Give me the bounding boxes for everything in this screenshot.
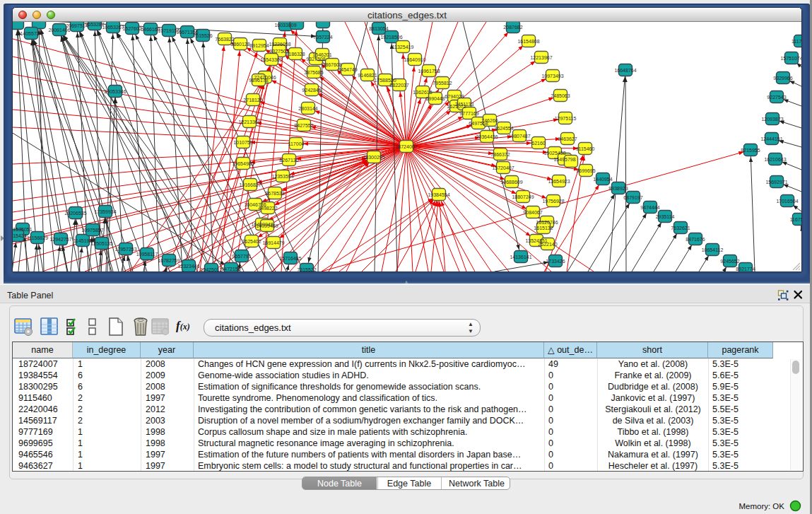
svg-text:10973493: 10973493 — [541, 74, 563, 78]
svg-text:18300295: 18300295 — [363, 155, 384, 160]
svg-text:16154808: 16154808 — [517, 39, 539, 44]
svg-text:6990448: 6990448 — [425, 96, 445, 101]
svg-text:7515526: 7515526 — [193, 33, 212, 38]
svg-text:2867608: 2867608 — [322, 62, 341, 67]
svg-text:8215955: 8215955 — [741, 148, 760, 153]
svg-text:16961758: 16961758 — [418, 69, 440, 74]
svg-text:6794028: 6794028 — [445, 94, 464, 99]
svg-text:20364436: 20364436 — [476, 134, 498, 139]
svg-text:10958117: 10958117 — [136, 252, 158, 257]
svg-text:8912954: 8912954 — [249, 43, 269, 48]
svg-text:20206535: 20206535 — [64, 211, 86, 216]
svg-text:10688609: 10688609 — [500, 180, 522, 185]
svg-text:9463627: 9463627 — [558, 136, 577, 141]
svg-text:9242845: 9242845 — [302, 88, 321, 93]
svg-text:2451133: 2451133 — [455, 102, 474, 107]
svg-text:9474444: 9474444 — [640, 205, 659, 210]
svg-text:746266: 746266 — [481, 118, 498, 123]
svg-text:1733426: 1733426 — [546, 259, 565, 264]
svg-text:1010755: 1010755 — [233, 140, 252, 145]
svg-text:6879197: 6879197 — [623, 195, 642, 200]
svg-text:7632621: 7632621 — [671, 226, 690, 230]
svg-text:9472155: 9472155 — [221, 267, 240, 271]
svg-text:7357224: 7357224 — [313, 35, 332, 40]
svg-text:10025438: 10025438 — [543, 151, 565, 156]
svg-text:18640910: 18640910 — [404, 57, 425, 62]
svg-text:16210643: 16210643 — [764, 157, 786, 162]
svg-text:9115460: 9115460 — [576, 146, 595, 151]
svg-text:8678533: 8678533 — [265, 191, 284, 196]
svg-text:15716485: 15716485 — [279, 256, 301, 261]
svg-text:30975857: 30975857 — [81, 228, 103, 233]
svg-text:2718126: 2718126 — [243, 98, 262, 103]
svg-text:9227543: 9227543 — [767, 95, 786, 100]
svg-text:13654923: 13654923 — [548, 179, 570, 184]
svg-text:9657791: 9657791 — [232, 254, 251, 259]
svg-text:9245652: 9245652 — [720, 259, 739, 264]
svg-text:8822037: 8822037 — [389, 83, 408, 88]
svg-text:8454749: 8454749 — [338, 67, 357, 72]
svg-text:8267130: 8267130 — [279, 158, 298, 163]
svg-text:12093873: 12093873 — [761, 117, 783, 122]
svg-text:19384554: 19384554 — [428, 192, 449, 197]
svg-text:12444151: 12444151 — [760, 136, 782, 141]
svg-text:9777169: 9777169 — [459, 111, 478, 116]
svg-text:16120746: 16120746 — [536, 220, 558, 225]
svg-text:11325419: 11325419 — [392, 45, 414, 49]
svg-text:2522140: 2522140 — [538, 242, 557, 247]
svg-text:12942757: 12942757 — [49, 237, 71, 242]
svg-text:1527602: 1527602 — [122, 26, 141, 31]
svg-text:12505135: 12505135 — [90, 241, 112, 246]
svg-text:16543362: 16543362 — [260, 57, 282, 62]
svg-text:8427552: 8427552 — [294, 123, 313, 128]
svg-text:19654985: 19654985 — [232, 161, 254, 166]
svg-text:17359934: 17359934 — [94, 209, 116, 214]
svg-text:8860128: 8860128 — [230, 42, 249, 47]
svg-text:16648764: 16648764 — [614, 68, 636, 73]
svg-text:1440954: 1440954 — [593, 177, 612, 182]
svg-text:17588520: 17588520 — [374, 78, 396, 83]
svg-text:8471676: 8471676 — [686, 237, 705, 242]
svg-text:17957253: 17957253 — [114, 247, 136, 252]
svg-text:15751074: 15751074 — [780, 56, 801, 61]
svg-text:19756928: 19756928 — [542, 199, 564, 204]
svg-text:12323446: 12323446 — [177, 264, 199, 269]
svg-text:16782759: 16782759 — [158, 258, 180, 263]
svg-text:1535051: 1535051 — [13, 227, 32, 232]
svg-text:10654112: 10654112 — [702, 247, 724, 252]
svg-text:7866372: 7866372 — [490, 152, 510, 157]
svg-text:15692971: 15692971 — [765, 180, 787, 185]
svg-text:2087682: 2087682 — [503, 25, 522, 30]
svg-text:12353594: 12353594 — [271, 174, 293, 179]
svg-text:3875685: 3875685 — [304, 70, 323, 75]
svg-text:15720407: 15720407 — [492, 165, 514, 170]
svg-text:1362615: 1362615 — [413, 90, 432, 95]
svg-text:9699695: 9699695 — [576, 168, 595, 173]
svg-text:12213967: 12213967 — [530, 55, 552, 60]
svg-text:1167533: 1167533 — [790, 217, 801, 222]
svg-text:16033809: 16033809 — [274, 23, 296, 28]
svg-text:12213369: 12213369 — [238, 119, 260, 124]
svg-text:1145193: 1145193 — [73, 238, 93, 243]
svg-text:117004: 117004 — [288, 141, 305, 146]
svg-text:7315522: 7315522 — [297, 267, 316, 272]
svg-text:2935114: 2935114 — [656, 214, 675, 219]
svg-text:19166827: 19166827 — [239, 182, 261, 187]
svg-text:9896178: 9896178 — [249, 78, 268, 83]
svg-text:8921774: 8921774 — [736, 267, 755, 271]
svg-text:8938923: 8938923 — [608, 186, 628, 191]
svg-text:9329966: 9329966 — [773, 76, 792, 81]
svg-text:10653267: 10653267 — [102, 25, 124, 30]
svg-text:17016504: 17016504 — [776, 199, 798, 204]
svg-text:14099489: 14099489 — [256, 223, 278, 228]
svg-text:14136141: 14136141 — [510, 255, 531, 259]
svg-text:8186328: 8186328 — [286, 52, 305, 57]
svg-text:18226058: 18226058 — [269, 42, 290, 47]
svg-text:15495798: 15495798 — [553, 157, 575, 162]
svg-text:18807249: 18807249 — [512, 194, 534, 199]
svg-text:16914479: 16914479 — [262, 240, 284, 245]
svg-text:3915424: 3915424 — [13, 233, 27, 238]
svg-text:9084067: 9084067 — [523, 210, 542, 215]
svg-text:9146821: 9146821 — [358, 73, 377, 78]
svg-text:12975115: 12975115 — [555, 116, 577, 121]
